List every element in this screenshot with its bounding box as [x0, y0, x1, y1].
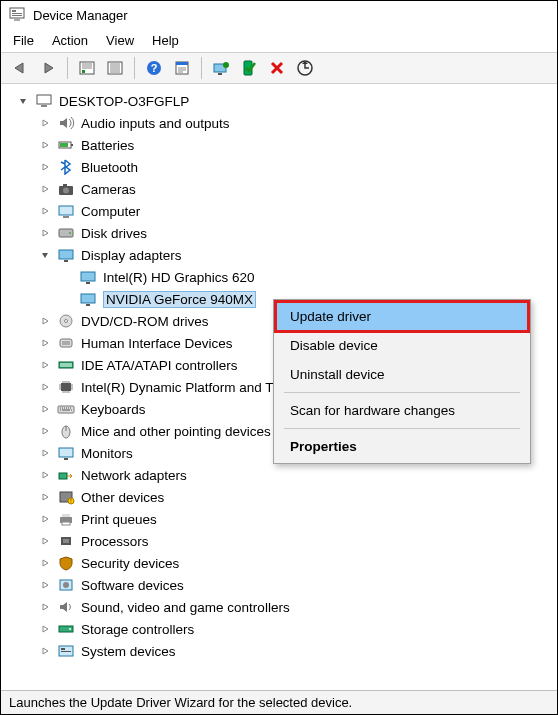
- system-icon: [57, 643, 75, 659]
- display-icon: [57, 247, 75, 263]
- tree-category[interactable]: Print queues: [39, 508, 545, 530]
- forward-button[interactable]: [35, 56, 61, 80]
- device-manager-icon: [9, 7, 25, 23]
- context-scan-hardware[interactable]: Scan for hardware changes: [276, 396, 528, 425]
- svg-point-36: [65, 320, 68, 323]
- tree-category[interactable]: Computer: [39, 200, 545, 222]
- back-button[interactable]: [7, 56, 33, 80]
- sound-icon: [57, 599, 75, 615]
- tree-category[interactable]: Display adapters: [39, 244, 545, 266]
- tree-category[interactable]: Network adapters: [39, 464, 545, 486]
- chevron-right-icon[interactable]: [39, 205, 51, 217]
- svg-rect-51: [62, 522, 70, 525]
- tree-category[interactable]: Security devices: [39, 552, 545, 574]
- category-label: DVD/CD-ROM drives: [81, 314, 209, 329]
- chevron-right-icon[interactable]: [39, 227, 51, 239]
- tree-category[interactable]: Sound, video and game controllers: [39, 596, 545, 618]
- chevron-right-icon[interactable]: [39, 601, 51, 613]
- chevron-right-icon[interactable]: [39, 139, 51, 151]
- chevron-right-icon[interactable]: [39, 623, 51, 635]
- device-label: Intel(R) HD Graphics 620: [103, 270, 255, 285]
- chevron-right-icon[interactable]: [39, 359, 51, 371]
- svg-rect-30: [64, 260, 68, 262]
- svg-point-57: [69, 628, 71, 630]
- chevron-right-icon[interactable]: [39, 403, 51, 415]
- chevron-right-icon[interactable]: [39, 579, 51, 591]
- chevron-right-icon[interactable]: [39, 469, 51, 481]
- tree-category[interactable]: Processors: [39, 530, 545, 552]
- svg-point-55: [63, 582, 69, 588]
- svg-rect-44: [64, 458, 68, 460]
- category-label: IDE ATA/ATAPI controllers: [81, 358, 238, 373]
- computer-icon: [57, 203, 75, 219]
- tree-category[interactable]: Disk drives: [39, 222, 545, 244]
- tree-category[interactable]: System devices: [39, 640, 545, 662]
- menu-view[interactable]: View: [106, 33, 134, 48]
- help-button[interactable]: ?: [141, 56, 167, 80]
- context-uninstall-device[interactable]: Uninstall device: [276, 360, 528, 389]
- chevron-right-icon[interactable]: [39, 535, 51, 547]
- properties-button[interactable]: [169, 56, 195, 80]
- update-driver-button[interactable]: [208, 56, 234, 80]
- svg-rect-26: [63, 216, 69, 218]
- tree-category[interactable]: !Other devices: [39, 486, 545, 508]
- tree-category[interactable]: Batteries: [39, 134, 545, 156]
- storage-icon: [57, 621, 75, 637]
- bluetooth-icon: [57, 159, 75, 175]
- display-adapter-icon: [79, 269, 97, 285]
- category-label: Keyboards: [81, 402, 146, 417]
- chevron-right-icon[interactable]: [39, 183, 51, 195]
- chevron-right-icon[interactable]: [39, 447, 51, 459]
- chevron-down-icon[interactable]: [39, 249, 51, 261]
- tree-category[interactable]: Storage controllers: [39, 618, 545, 640]
- category-label: Bluetooth: [81, 160, 138, 175]
- category-label: Other devices: [81, 490, 164, 505]
- chevron-right-icon[interactable]: [39, 491, 51, 503]
- disable-device-button[interactable]: [264, 56, 290, 80]
- enable-device-button[interactable]: [236, 56, 262, 80]
- tree-category[interactable]: Bluetooth: [39, 156, 545, 178]
- chevron-right-icon[interactable]: [39, 117, 51, 129]
- chevron-right-icon[interactable]: [39, 557, 51, 569]
- svg-rect-21: [60, 143, 68, 147]
- console-tree-button[interactable]: [102, 56, 128, 80]
- context-disable-device[interactable]: Disable device: [276, 331, 528, 360]
- chevron-right-icon[interactable]: [39, 161, 51, 173]
- chevron-right-icon[interactable]: [39, 645, 51, 657]
- svg-rect-60: [61, 651, 71, 652]
- context-update-driver[interactable]: Update driver: [276, 302, 528, 331]
- root-node[interactable]: DESKTOP-O3FGFLP: [17, 90, 545, 112]
- tree-category[interactable]: Audio inputs and outputs: [39, 112, 545, 134]
- chevron-right-icon[interactable]: [39, 425, 51, 437]
- menu-action[interactable]: Action: [52, 33, 88, 48]
- chevron-right-icon[interactable]: [39, 315, 51, 327]
- category-label: Cameras: [81, 182, 136, 197]
- show-hidden-button[interactable]: [74, 56, 100, 80]
- tree-category[interactable]: Cameras: [39, 178, 545, 200]
- toolbar-separator: [201, 57, 202, 79]
- category-label: Audio inputs and outputs: [81, 116, 230, 131]
- menu-file[interactable]: File: [13, 33, 34, 48]
- svg-rect-33: [81, 294, 95, 303]
- svg-point-14: [223, 62, 229, 68]
- svg-rect-32: [86, 282, 90, 284]
- svg-rect-59: [61, 648, 65, 650]
- ide-icon: [57, 357, 75, 373]
- status-text: Launches the Update Driver Wizard for th…: [9, 695, 352, 710]
- chevron-right-icon[interactable]: [39, 337, 51, 349]
- chevron-right-icon[interactable]: [39, 513, 51, 525]
- monitor-icon: [57, 445, 75, 461]
- svg-rect-50: [62, 514, 70, 517]
- device-tree[interactable]: DESKTOP-O3FGFLP Audio inputs and outputs…: [1, 84, 557, 690]
- chevron-down-icon[interactable]: [17, 95, 29, 107]
- scan-hardware-button[interactable]: [292, 56, 318, 80]
- tree-category[interactable]: Software devices: [39, 574, 545, 596]
- chevron-right-icon[interactable]: [39, 381, 51, 393]
- tree-device[interactable]: Intel(R) HD Graphics 620: [61, 266, 545, 288]
- menu-help[interactable]: Help: [152, 33, 179, 48]
- svg-rect-1: [12, 10, 16, 12]
- toolbar-separator: [134, 57, 135, 79]
- context-properties[interactable]: Properties: [276, 432, 528, 461]
- dvd-icon: [57, 313, 75, 329]
- printer-icon: [57, 511, 75, 527]
